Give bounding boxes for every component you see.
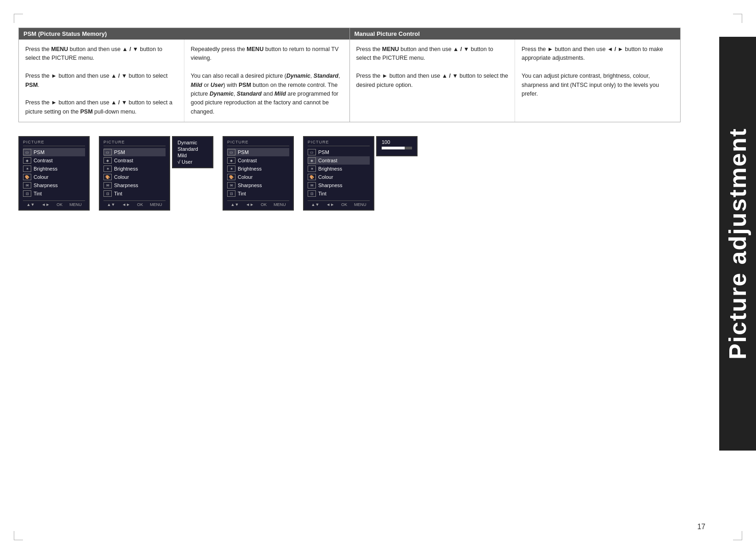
screen2-icon-contrast: ◈ [103,157,112,164]
corner-mark-bl [14,531,23,540]
corner-mark-tr [733,14,742,23]
manual-col1-para1: Press the MENU button and then use ▲ / ▼… [356,45,509,63]
main-content: PSM (Picture Status Memory) Press the ME… [18,28,717,211]
contrast-slider-fill [382,147,405,149]
screen1-item-brightness: ☀ Brightness [23,165,85,173]
screen2-icon-brightness: ☀ [103,166,112,172]
psm-section: PSM (Picture Status Memory) Press the ME… [19,28,350,122]
screen2-item-contrast: ◈ Contrast [103,156,166,165]
manual-header: Manual Picture Control [350,28,681,40]
psm-header: PSM (Picture Status Memory) [19,28,349,40]
screen-group-1: PICTURE ▭ PSM ◈ Contrast ☀ Brightness 🎨 … [18,136,90,211]
screen3-icon-brightness: ☀ [227,166,235,172]
screen4-item-sharpness: ✉ Sharpness [308,181,370,189]
screen2-sharpness-label: Sharpness [114,183,138,188]
screen1-item-tint: ⊡ Tint [23,189,85,198]
page-number: 17 [697,523,705,531]
corner-mark-tl [14,14,23,23]
dropdown-standard: Standard [178,146,208,152]
screen2-icon-colour: 🎨 [103,174,112,180]
screen1-item-colour: 🎨 Colour [23,173,85,181]
screenshots-row: PICTURE ▭ PSM ◈ Contrast ☀ Brightness 🎨 … [18,136,717,211]
screen2-icon-sharpness: ✉ [103,182,112,188]
screen-group-3: PICTURE ▭ PSM ◈ Contrast ☀ Brightness 🎨 … [223,136,294,211]
screen2-icon-tint: ⊡ [103,190,112,197]
screen3-brightness-label: Brightness [238,166,262,171]
screen4-nav-menu: MENU [354,202,367,207]
screen1-nav-leftright: ◄► [41,202,50,207]
top-sections: PSM (Picture Status Memory) Press the ME… [18,28,681,122]
screen2-colour-label: Colour [114,174,129,180]
screen4-contrast-label: Contrast [318,158,338,163]
screen1-nav-menu: MENU [69,202,82,207]
screen4-psm-label: PSM [318,149,329,155]
screen4-tint-label: Tint [318,191,326,196]
manual-col2-para1: Press the ► button and then use ◄ / ► bu… [521,45,674,63]
psm-col2-para2: You can also recall a desired picture (D… [191,72,343,116]
screen-group-2: PICTURE ▭ PSM ◈ Contrast ☀ Brightness 🎨 … [99,136,213,211]
screen1-icon-tint: ⊡ [23,190,31,197]
screen4-nav-ok: OK [341,202,347,207]
tv-screen-2: PICTURE ▭ PSM ◈ Contrast ☀ Brightness 🎨 … [99,136,170,211]
screen2-item-brightness: ☀ Brightness [103,165,166,173]
dropdown-dynamic: Dynamic [178,139,208,146]
screen1-item-psm: ▭ PSM [23,148,85,156]
screen4-icon-psm: ▭ [308,149,316,155]
screen4-icon-sharpness: ✉ [308,182,316,188]
screen4-icon-colour: 🎨 [308,174,316,180]
screen4-item-brightness: ☀ Brightness [308,165,370,173]
vertical-title-text: Picture adjustment [724,128,751,360]
manual-col2-para2: You can adjust picture contrast, brightn… [521,72,674,98]
psm-col1-para2: Press the ► button and then use ▲ / ▼ bu… [25,72,178,90]
screen3-nav-leftright: ◄► [246,202,254,207]
screen4-icon-tint: ⊡ [308,190,316,197]
screen3-item-tint: ⊡ Tint [227,189,289,198]
screen4-item-colour: 🎨 Colour [308,173,370,181]
manual-col1: Press the MENU button and then use ▲ / ▼… [350,40,515,122]
screen4-brightness-label: Brightness [318,166,342,171]
screen1-bottom-bar: ▲▼ ◄► OK MENU [23,200,85,207]
manual-col2: Press the ► button and then use ◄ / ► bu… [515,40,680,122]
screen3-icon-contrast: ◈ [227,157,235,164]
screen2-contrast-label: Contrast [114,158,133,163]
screen2-item-colour: 🎨 Colour [103,173,166,181]
screen3-item-brightness: ☀ Brightness [227,165,289,173]
psm-col1-para1: Press the MENU button and then use ▲ / ▼… [25,45,178,63]
screen3-nav-menu: MENU [274,202,286,207]
screen3-icon-tint: ⊡ [227,190,235,197]
screen4-sharpness-label: Sharpness [318,183,343,188]
corner-mark-br [733,531,742,540]
screen3-item-colour: 🎨 Colour [227,173,289,181]
screen2-nav-leftright: ◄► [122,202,130,207]
screen1-psm-label: PSM [34,149,45,155]
screen3-bottom-bar: ▲▼ ◄► OK MENU [227,200,289,207]
screen3-label: PICTURE [227,140,289,146]
manual-section: Manual Picture Control Press the MENU bu… [350,28,681,122]
screen1-icon-sharpness: ✉ [23,182,31,188]
tv-screen-4: PICTURE ▭ PSM ◈ Contrast ☀ Brightness 🎨 … [303,136,374,211]
tv-screen-3: PICTURE ▭ PSM ◈ Contrast ☀ Brightness 🎨 … [223,136,294,211]
screen3-contrast-label: Contrast [238,158,257,163]
screen2-brightness-label: Brightness [114,166,138,171]
psm-col1: Press the MENU button and then use ▲ / ▼… [19,40,184,122]
screen3-tint-label: Tint [238,191,246,196]
screen2-nav-ok: OK [137,202,143,207]
screen2-item-tint: ⊡ Tint [103,189,166,198]
screen4-nav-updown: ▲▼ [311,202,319,207]
screen4-icon-contrast: ◈ [308,157,316,164]
screen3-nav-ok: OK [261,202,267,207]
screen1-sharpness-label: Sharpness [34,183,58,188]
dropdown-user: √ User [178,159,208,165]
screen3-item-contrast: ◈ Contrast [227,156,289,165]
page-vertical-title: Picture adjustment [719,37,756,451]
screen1-item-sharpness: ✉ Sharpness [23,181,85,189]
screen2-bottom-bar: ▲▼ ◄► OK MENU [103,200,166,207]
screen3-item-sharpness: ✉ Sharpness [227,181,289,189]
psm-body: Press the MENU button and then use ▲ / ▼… [19,40,349,122]
screen3-icon-colour: 🎨 [227,174,235,180]
psm-col1-para3: Press the ► button and then use ▲ / ▼ bu… [25,98,178,116]
manual-col1-para2: Press the ► button and then use ▲ / ▼ bu… [356,72,509,90]
screen4-item-tint: ⊡ Tint [308,189,370,198]
dropdown-mild: Mild [178,152,208,159]
screen4-colour-label: Colour [318,174,333,180]
